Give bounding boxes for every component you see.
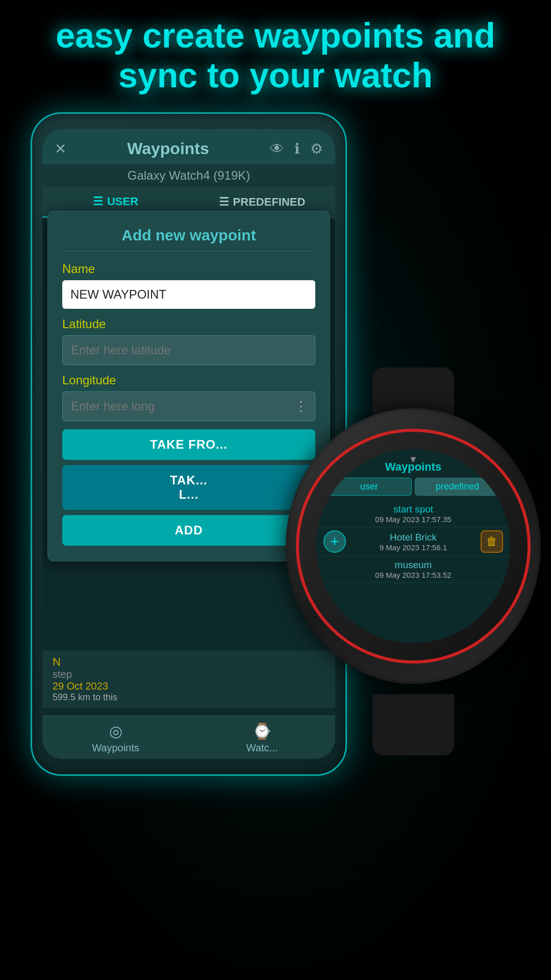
app-title: Waypoints (127, 139, 209, 158)
info-icon[interactable]: ℹ (294, 140, 300, 157)
list-icon-predefined: ☰ (219, 195, 229, 209)
device-name: Galaxy Watch4 (919K) (128, 168, 251, 182)
watch-waypoint-2-row: + Hotel Brick 9 May 2023 17:56.1 🗑 (316, 527, 510, 556)
watch-screen: ▼ Waypoints user predefined start spot 0… (316, 449, 510, 643)
watch-waypoint-1: start spot 09 May 2023 17:57.35 (316, 501, 510, 527)
waypoints-nav-icon: ◎ (42, 722, 189, 740)
watch-nav-icon: ⌚ (189, 722, 335, 740)
app-header: ✕ Waypoints 👁 ℹ ⚙ (42, 129, 335, 164)
header-section: easy create waypoints and sync to your w… (0, 15, 551, 95)
latitude-input[interactable] (62, 335, 315, 365)
take-location-button[interactable]: TAK...L... (62, 465, 315, 510)
watch-strap-bottom (372, 694, 454, 755)
eye-icon[interactable]: 👁 (270, 140, 284, 157)
watch-bezel: ▼ Waypoints user predefined start spot 0… (296, 429, 531, 664)
name-input[interactable] (62, 280, 315, 309)
watch-outer: ▼ Waypoints user predefined start spot 0… (286, 408, 541, 684)
add-waypoint-watch-button[interactable]: + (323, 530, 346, 553)
take-from-button[interactable]: TAKE FRO... (62, 429, 315, 460)
longitude-input[interactable] (62, 391, 315, 421)
longitude-label: Longitude (62, 373, 315, 387)
header-line1: easy create waypoints and (31, 15, 520, 55)
add-button[interactable]: ADD (62, 515, 315, 546)
header-line2: sync to your watch (31, 55, 520, 95)
header-icons: 👁 ℹ ⚙ (270, 140, 323, 157)
delete-waypoint-watch-button[interactable]: 🗑 (481, 530, 503, 553)
watch-tab-predefined[interactable]: predefined (415, 478, 500, 496)
watch-tab-user[interactable]: user (327, 478, 412, 496)
nav-watch[interactable]: ⌚ Watc... (189, 722, 335, 754)
waypoint-step: step (53, 669, 325, 680)
latitude-label: Latitude (62, 317, 315, 331)
watch-tab-bar: user predefined (316, 478, 510, 496)
close-icon[interactable]: ✕ (55, 140, 66, 157)
gear-icon[interactable]: ⚙ (310, 140, 323, 157)
bottom-nav: ◎ Waypoints ⌚ Watc... (42, 716, 335, 759)
nav-waypoints[interactable]: ◎ Waypoints (42, 722, 189, 754)
scroll-arrow-icon: ▼ (409, 454, 418, 465)
watch-waypoint-3: museum 09 May 2023 17:53.52 (316, 556, 510, 583)
watch-mockup: ▼ Waypoints user predefined start spot 0… (286, 408, 541, 704)
list-icon-user: ☰ (93, 195, 103, 208)
device-bar: Galaxy Watch4 (919K) (42, 164, 335, 187)
dialog-title: Add new waypoint (62, 227, 315, 252)
name-label: Name (62, 262, 315, 276)
